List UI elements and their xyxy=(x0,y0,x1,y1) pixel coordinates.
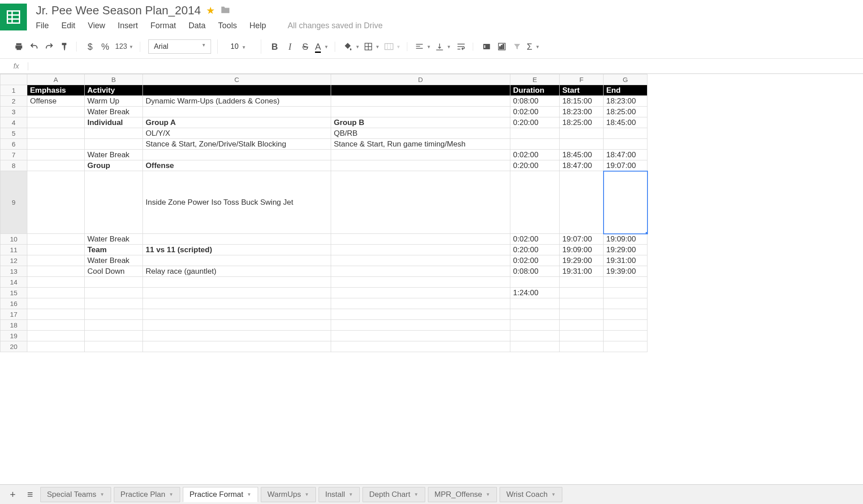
menu-view[interactable]: View xyxy=(88,21,105,30)
row-10[interactable]: 10 xyxy=(0,234,27,245)
col-D[interactable]: D xyxy=(331,74,510,85)
row-6[interactable]: 6 xyxy=(0,139,27,150)
functions-button[interactable]: Σ ▼ xyxy=(527,42,540,52)
col-B[interactable]: B xyxy=(85,74,143,85)
cell-F13[interactable]: 19:31:00 xyxy=(560,266,604,277)
menu-file[interactable]: File xyxy=(36,21,49,30)
col-C[interactable]: C xyxy=(143,74,331,85)
cell-E2[interactable]: 0:08:00 xyxy=(510,96,560,107)
cell-D7[interactable] xyxy=(331,150,510,160)
cell-D13[interactable] xyxy=(331,266,510,277)
cell-B7[interactable]: Water Break xyxy=(85,150,143,160)
paint-format-icon[interactable] xyxy=(59,42,70,52)
cell-B13[interactable]: Cool Down xyxy=(85,266,143,277)
undo-icon[interactable] xyxy=(29,42,39,51)
cell-A5[interactable] xyxy=(27,128,85,139)
chart-icon[interactable] xyxy=(496,43,507,51)
cell-G1[interactable]: End xyxy=(604,85,647,96)
fill-color-button[interactable]: ▼ xyxy=(343,42,360,51)
cell-F7[interactable]: 18:45:00 xyxy=(560,150,604,160)
row-13[interactable]: 13 xyxy=(0,266,27,277)
cell-F9[interactable] xyxy=(560,171,604,234)
cell-C13[interactable]: Relay race (gauntlet) xyxy=(143,266,331,277)
cell-G2[interactable]: 18:23:00 xyxy=(604,96,647,107)
menu-edit[interactable]: Edit xyxy=(61,21,75,30)
cell-C5[interactable]: OL/Y/X xyxy=(143,128,331,139)
cell-E12[interactable]: 0:02:00 xyxy=(510,255,560,266)
cell-F4[interactable]: 18:25:00 xyxy=(560,117,604,128)
row-4[interactable]: 4 xyxy=(0,117,27,128)
cell-D8[interactable] xyxy=(331,160,510,171)
cell-F2[interactable]: 18:15:00 xyxy=(560,96,604,107)
filter-icon[interactable] xyxy=(512,43,522,51)
cell-E10[interactable]: 0:02:00 xyxy=(510,234,560,245)
cell-B3[interactable]: Water Break xyxy=(85,107,143,117)
cell-B6[interactable] xyxy=(85,139,143,150)
row-11[interactable]: 11 xyxy=(0,245,27,255)
menu-insert[interactable]: Insert xyxy=(118,21,138,30)
col-A[interactable]: A xyxy=(27,74,85,85)
cell-C7[interactable] xyxy=(143,150,331,160)
cell-F6[interactable] xyxy=(560,139,604,150)
font-select[interactable]: Arial▼ xyxy=(148,39,211,54)
row-12[interactable]: 12 xyxy=(0,255,27,266)
spreadsheet-grid[interactable]: A B C D E F G 1 Emphasis Activity Durati… xyxy=(0,74,647,352)
row-15[interactable]: 15 xyxy=(0,288,27,298)
cell-F10[interactable]: 19:07:00 xyxy=(560,234,604,245)
cell-E8[interactable]: 0:20:00 xyxy=(510,160,560,171)
menu-help[interactable]: Help xyxy=(250,21,266,30)
cell-E1[interactable]: Duration xyxy=(510,85,560,96)
cell-G10[interactable]: 19:09:00 xyxy=(604,234,647,245)
cell-D12[interactable] xyxy=(331,255,510,266)
cell-B11[interactable]: Team xyxy=(85,245,143,255)
row-8[interactable]: 8 xyxy=(0,160,27,171)
row-2[interactable]: 2 xyxy=(0,96,27,107)
strike-button[interactable]: S xyxy=(300,42,311,52)
cell-G13[interactable]: 19:39:00 xyxy=(604,266,647,277)
cell-A8[interactable] xyxy=(27,160,85,171)
cell-A10[interactable] xyxy=(27,234,85,245)
merge-button[interactable]: ▼ xyxy=(384,43,401,50)
valign-button[interactable]: ▼ xyxy=(436,43,451,51)
row-9[interactable]: 9 xyxy=(0,171,27,234)
doc-title[interactable]: Jr. Pee Wee Season Plan_2014 xyxy=(36,4,201,17)
select-all-corner[interactable] xyxy=(0,74,27,85)
cell-G7[interactable]: 18:47:00 xyxy=(604,150,647,160)
cell-C3[interactable] xyxy=(143,107,331,117)
currency-button[interactable]: $ xyxy=(85,42,95,52)
cell-F8[interactable]: 18:47:00 xyxy=(560,160,604,171)
cell-E5[interactable] xyxy=(510,128,560,139)
cell-B8[interactable]: Group xyxy=(85,160,143,171)
cell-A13[interactable] xyxy=(27,266,85,277)
col-F[interactable]: F xyxy=(560,74,604,85)
folder-icon[interactable] xyxy=(220,5,230,17)
menu-tools[interactable]: Tools xyxy=(218,21,237,30)
star-icon[interactable]: ★ xyxy=(206,5,215,17)
col-G[interactable]: G xyxy=(604,74,647,85)
cell-A4[interactable] xyxy=(27,117,85,128)
row-19[interactable]: 19 xyxy=(0,331,27,341)
cell-F11[interactable]: 19:09:00 xyxy=(560,245,604,255)
menu-data[interactable]: Data xyxy=(189,21,206,30)
cell-G11[interactable]: 19:29:00 xyxy=(604,245,647,255)
cell-E15[interactable]: 1:24:00 xyxy=(510,288,560,298)
cell-C8[interactable]: Offense xyxy=(143,160,331,171)
cell-B5[interactable] xyxy=(85,128,143,139)
cell-A9[interactable] xyxy=(27,171,85,234)
cell-C6[interactable]: Stance & Start, Zone/Drive/Stalk Blockin… xyxy=(143,139,331,150)
cell-G9[interactable] xyxy=(604,171,647,234)
cell-B2[interactable]: Warm Up xyxy=(85,96,143,107)
sheets-logo[interactable] xyxy=(0,4,27,30)
cell-G5[interactable] xyxy=(604,128,647,139)
row-20[interactable]: 20 xyxy=(0,341,27,352)
cell-D4[interactable]: Group B xyxy=(331,117,510,128)
print-icon[interactable] xyxy=(13,42,24,51)
cell-D5[interactable]: QB/RB xyxy=(331,128,510,139)
cell-E7[interactable]: 0:02:00 xyxy=(510,150,560,160)
wrap-button[interactable] xyxy=(456,43,466,50)
cell-A7[interactable] xyxy=(27,150,85,160)
cell-D9[interactable] xyxy=(331,171,510,234)
cell-C9[interactable]: Inside Zone Power Iso Toss Buck Swing Je… xyxy=(143,171,331,234)
cell-F5[interactable] xyxy=(560,128,604,139)
cell-D3[interactable] xyxy=(331,107,510,117)
